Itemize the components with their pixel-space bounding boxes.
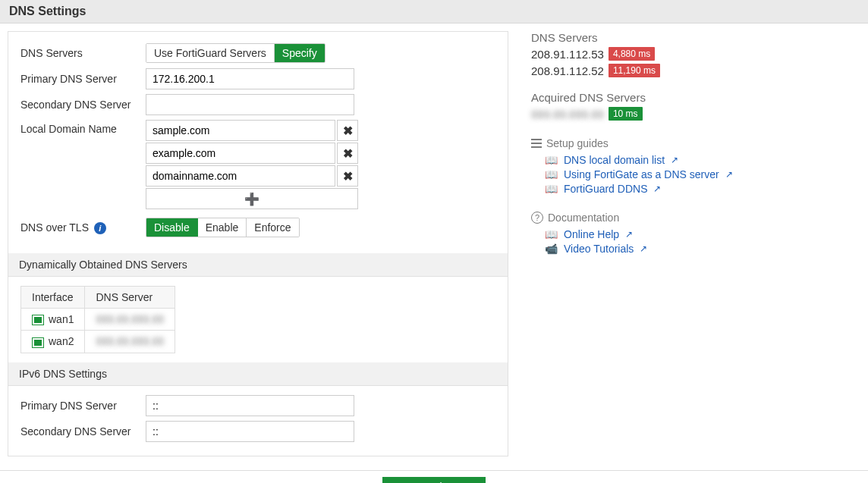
setup-guide-link[interactable]: DNS local domain list (564, 154, 665, 166)
dynamic-dns-table: Interface DNS Server wan1000.00.000.00wa… (20, 286, 175, 353)
col-interface: Interface (21, 287, 85, 309)
ipv6-primary-label: Primary DNS Server (20, 400, 146, 412)
remove-domain-button[interactable]: ✖ (337, 120, 358, 141)
local-domain-label: Local Domain Name (20, 120, 146, 135)
dns-servers-toggle[interactable]: Use FortiGuard Servers Specify (146, 43, 326, 63)
domain-input[interactable] (146, 165, 335, 187)
external-link-icon: ↗ (725, 169, 733, 180)
apply-button[interactable]: Apply (382, 477, 485, 483)
server-ip: 208.91.112.52 (531, 64, 604, 77)
page-title: DNS Settings (0, 0, 868, 24)
external-link-icon: ↗ (671, 155, 678, 165)
latency-badge: 11,190 ms (609, 64, 660, 77)
seg-tls-disable[interactable]: Disable (146, 218, 198, 237)
close-icon: ✖ (343, 169, 353, 183)
server-line: 208.91.112.5211,190 ms (531, 64, 860, 77)
book-icon: 📖 (545, 183, 558, 195)
col-dns-server: DNS Server (85, 287, 175, 309)
setup-guide-link[interactable]: FortiGuard DDNS (564, 183, 647, 195)
server-ip: 208.91.112.53 (531, 48, 604, 61)
book-icon: 📖 (545, 228, 558, 240)
domain-input[interactable] (146, 143, 335, 164)
interface-icon (32, 337, 44, 348)
documentation-header: ? Documentation (531, 212, 860, 224)
remove-domain-button[interactable]: ✖ (337, 143, 358, 164)
acquired-dns-title: Acquired DNS Servers (531, 91, 860, 104)
domain-input[interactable] (146, 120, 335, 141)
external-link-icon: ↗ (625, 229, 633, 240)
primary-dns-input[interactable] (146, 68, 354, 89)
interface-icon (32, 315, 44, 325)
external-link-icon: ↗ (640, 243, 647, 254)
latency-badge: 4,880 ms (609, 47, 655, 61)
table-row: wan1000.00.000.00 (21, 309, 175, 331)
dns-server-value: 000.00.000.00 (96, 313, 164, 325)
ipv6-primary-input[interactable] (146, 395, 354, 416)
setup-guide-link[interactable]: Using FortiGate as a DNS server (564, 168, 719, 180)
dns-over-tls-label: DNS over TLS i (20, 221, 146, 234)
ipv6-title: IPv6 DNS Settings (8, 362, 508, 386)
dns-servers-label: DNS Servers (20, 47, 146, 59)
add-domain-button[interactable]: ➕ (146, 188, 358, 209)
close-icon: ✖ (343, 124, 353, 138)
secondary-dns-label: Secondary DNS Server (20, 99, 146, 111)
list-icon (531, 139, 542, 148)
primary-dns-label: Primary DNS Server (20, 73, 146, 85)
book-icon: 📖 (545, 168, 558, 180)
secondary-dns-input[interactable] (146, 94, 354, 115)
table-row: wan2000.00.000.00 (21, 331, 175, 353)
server-line: 000.00.000.0010 ms (531, 107, 860, 121)
latency-badge: 10 ms (609, 107, 643, 121)
setup-guides-header: Setup guides (531, 137, 860, 149)
info-icon[interactable]: i (94, 222, 106, 234)
seg-tls-enable[interactable]: Enable (198, 218, 247, 237)
external-link-icon: ↗ (653, 183, 661, 194)
server-ip: 000.00.000.00 (531, 108, 604, 121)
ipv6-secondary-label: Secondary DNS Server (20, 425, 146, 438)
book-icon: 📖 (545, 154, 558, 166)
dns-tls-toggle[interactable]: Disable Enable Enforce (146, 218, 300, 237)
ipv6-secondary-input[interactable] (146, 421, 354, 442)
close-icon: ✖ (343, 146, 353, 161)
doc-link[interactable]: Online Help (564, 228, 619, 240)
dns-server-value: 000.00.000.00 (96, 335, 164, 347)
doc-link[interactable]: Video Tutorials (564, 243, 634, 255)
dynamic-dns-title: Dynamically Obtained DNS Servers (8, 253, 508, 277)
remove-domain-button[interactable]: ✖ (337, 165, 358, 187)
dns-servers-side-title: DNS Servers (531, 31, 860, 44)
video-icon: 📹 (545, 243, 558, 255)
question-icon: ? (531, 212, 543, 224)
seg-use-fortiguard[interactable]: Use FortiGuard Servers (146, 44, 275, 62)
interface-name: wan2 (49, 335, 74, 347)
plus-icon: ➕ (244, 192, 259, 206)
server-line: 208.91.112.534,880 ms (531, 47, 860, 61)
seg-tls-enforce[interactable]: Enforce (247, 218, 298, 237)
seg-specify[interactable]: Specify (275, 44, 325, 62)
interface-name: wan1 (49, 313, 74, 325)
